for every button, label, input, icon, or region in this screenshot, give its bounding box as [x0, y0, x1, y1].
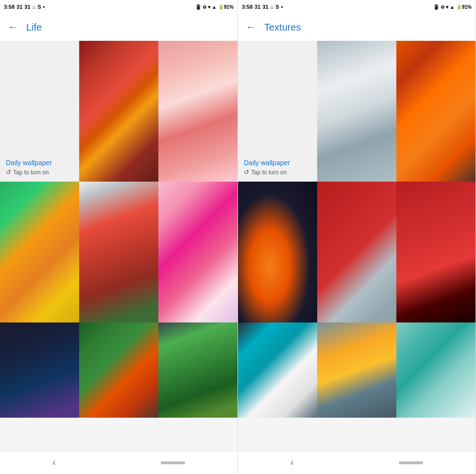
status-bar-right-right-icons: 📳 ⊖ ▾ ▲ 🔋91% [433, 4, 472, 10]
home-icon: ⌂ [33, 4, 36, 10]
top-row-left: Daily wallpaper ↺ Tap to turn on [0, 41, 238, 182]
minus-circle-icon: ⊖ [203, 4, 206, 10]
wallpaper-dark-leaves[interactable] [0, 322, 79, 418]
nav-home-pill-right [399, 461, 423, 464]
nav-back-left[interactable]: ‹ [52, 457, 55, 468]
wifi-icon: ▾ [208, 4, 210, 10]
middle-row-left [0, 182, 238, 322]
wallpaper-marble-gold[interactable] [317, 322, 396, 418]
nav-home-pill-left [161, 461, 185, 464]
wallpaper-pink-flowers[interactable] [158, 41, 238, 182]
minus-circle-icon-right: ⊖ [441, 4, 444, 10]
nav-back-right[interactable]: ‹ [290, 457, 293, 468]
wallpaper-texture-swirl[interactable] [238, 182, 317, 322]
s-icon: S [37, 4, 41, 10]
wallpaper-texture-red-lava[interactable] [396, 182, 476, 322]
refresh-icon-left: ↺ [6, 169, 11, 176]
s-icon-right: S [275, 4, 279, 10]
signal-icon-right: ▲ [450, 4, 455, 10]
status-bar-right-icons: 📳 ⊖ ▾ ▲ 🔋91% [195, 4, 234, 10]
dot-icon: • [43, 4, 45, 10]
daily-wallpaper-title-left[interactable]: Daily wallpaper [6, 159, 73, 167]
wallpaper-succulents[interactable] [158, 322, 238, 418]
back-button-left[interactable]: ← [8, 21, 18, 34]
status-bar-right-left-icons: 3:58 31 31 ⌂ S • [242, 4, 283, 10]
status-icon-31a: 31 [17, 4, 22, 10]
back-button-right[interactable]: ← [246, 21, 256, 34]
bottom-row-left [0, 322, 238, 418]
vibrate-icon-right: 📳 [433, 4, 439, 10]
tap-to-turn-on-left: Tap to turn on [13, 169, 49, 176]
signal-icon: ▲ [212, 4, 217, 10]
bottom-row-right [238, 322, 476, 418]
wallpaper-yellow-flowers[interactable] [0, 182, 79, 322]
panel-right: 3:58 31 31 ⌂ S • 📳 ⊖ ▾ ▲ 🔋91% ← Textures… [238, 0, 476, 474]
status-bar-right: 3:58 31 31 ⌂ S • 📳 ⊖ ▾ ▲ 🔋91% [238, 0, 476, 14]
time-left: 3:58 [4, 4, 15, 10]
bottom-nav-right: ‹ [238, 451, 476, 474]
dot-icon-right: • [281, 4, 283, 10]
wallpaper-red-flowers[interactable] [79, 41, 158, 182]
wallpaper-texture-fire[interactable] [396, 41, 476, 182]
top-row-right: Daily wallpaper ↺ Tap to turn on [238, 41, 476, 182]
grid-area-left: Daily wallpaper ↺ Tap to turn on [0, 41, 238, 451]
title-right: Textures [264, 22, 301, 33]
battery-icon-right: 🔋91% [456, 4, 472, 10]
top-images-left [79, 41, 238, 182]
wallpaper-poppy-flowers[interactable] [79, 182, 158, 322]
vibrate-icon: 📳 [195, 4, 201, 10]
time-right: 3:58 [242, 4, 253, 10]
home-icon-right: ⌂ [271, 4, 274, 10]
status-icon-31b: 31 [24, 4, 30, 10]
middle-row-right [238, 182, 476, 322]
wallpaper-texture-frost[interactable] [317, 41, 396, 182]
panel-left: 3:58 31 31 ⌂ S • 📳 ⊖ ▾ ▲ 🔋91% ← Life Dai… [0, 0, 238, 474]
tap-to-turn-on-right: Tap to turn on [251, 169, 287, 176]
header-left: ← Life [0, 14, 238, 41]
wallpaper-butterfly[interactable] [79, 322, 158, 418]
wallpaper-texture-red-blue[interactable] [317, 182, 396, 322]
title-left: Life [26, 22, 42, 33]
daily-wallpaper-card-left: Daily wallpaper ↺ Tap to turn on [0, 41, 79, 182]
header-right: ← Textures [238, 14, 476, 41]
refresh-icon-right: ↺ [244, 169, 249, 176]
daily-wallpaper-title-right[interactable]: Daily wallpaper [244, 159, 311, 167]
grid-area-right: Daily wallpaper ↺ Tap to turn on [238, 41, 476, 451]
wallpaper-pink2-flowers[interactable] [158, 182, 238, 322]
status-bar-left: 3:58 31 31 ⌂ S • 📳 ⊖ ▾ ▲ 🔋91% [0, 0, 238, 14]
battery-icon-left: 🔋91% [218, 4, 234, 10]
wallpaper-marble-teal[interactable] [238, 322, 317, 418]
daily-wallpaper-sub-right[interactable]: ↺ Tap to turn on [244, 169, 311, 176]
wallpaper-marble-green[interactable] [396, 322, 476, 418]
status-icon-r31b: 31 [262, 4, 268, 10]
top-images-right [317, 41, 476, 182]
status-bar-left-icons: 3:58 31 31 ⌂ S • [4, 4, 45, 10]
status-icon-r31a: 31 [255, 4, 260, 10]
daily-wallpaper-card-right: Daily wallpaper ↺ Tap to turn on [238, 41, 317, 182]
wifi-icon-right: ▾ [446, 4, 448, 10]
daily-wallpaper-sub-left[interactable]: ↺ Tap to turn on [6, 169, 73, 176]
bottom-nav-left: ‹ [0, 451, 238, 474]
